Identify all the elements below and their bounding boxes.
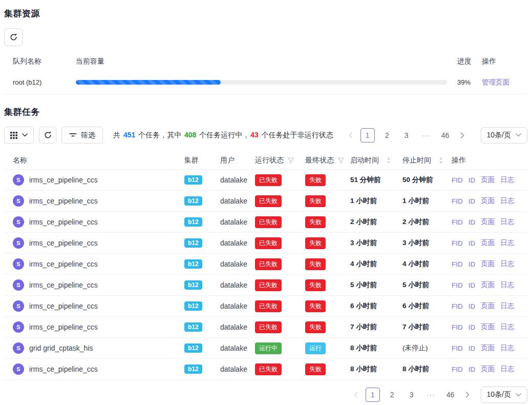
op-link-id[interactable]: ID bbox=[469, 176, 476, 184]
op-link-page[interactable]: 页面 bbox=[481, 238, 495, 248]
refresh-icon bbox=[10, 33, 17, 41]
op-link-fid[interactable]: FID bbox=[452, 323, 463, 331]
prev-page-button[interactable] bbox=[345, 128, 357, 143]
op-link-page[interactable]: 页面 bbox=[481, 322, 495, 332]
page-button-2[interactable]: 2 bbox=[380, 128, 394, 143]
table-row: S irms_ce_pipeline_ccs b12 datalake 已失败 … bbox=[4, 233, 527, 254]
prev-page-button[interactable] bbox=[350, 388, 362, 402]
op-link-id[interactable]: ID bbox=[469, 260, 476, 268]
op-link-fid[interactable]: FID bbox=[452, 260, 463, 268]
op-link-page[interactable]: 页面 bbox=[481, 217, 495, 227]
sort-icon[interactable] bbox=[387, 157, 391, 164]
op-link-id[interactable]: ID bbox=[469, 345, 476, 352]
filter-funnel-icon[interactable] bbox=[287, 157, 294, 164]
task-name: irms_ce_pipeline_ccs bbox=[29, 365, 98, 373]
task-summary: 共 451 个任务，其中 408 个任务运行中，43 个任务处于非运行状态 bbox=[113, 131, 333, 140]
page-size-select[interactable]: 10条/页 bbox=[481, 387, 527, 403]
page-button-2[interactable]: 2 bbox=[385, 388, 399, 402]
avatar: S bbox=[13, 300, 24, 312]
tasks-section-title: 集群任务 bbox=[4, 106, 527, 118]
cluster-tag: b12 bbox=[184, 238, 202, 248]
avatar: S bbox=[13, 237, 24, 249]
avatar: S bbox=[13, 195, 24, 207]
task-table-body: S irms_ce_pipeline_ccs b12 datalake 已失败 … bbox=[4, 170, 527, 380]
op-link-id[interactable]: ID bbox=[469, 218, 476, 226]
op-link-fid[interactable]: FID bbox=[452, 281, 463, 289]
cluster-tag: b12 bbox=[184, 196, 202, 206]
run-status-badge: 已失败 bbox=[255, 195, 282, 207]
progress-value: 39% bbox=[457, 78, 482, 86]
sort-icon[interactable] bbox=[439, 157, 443, 164]
resources-table-header: 队列名称 当前容量 进度 操作 bbox=[4, 52, 527, 71]
op-link-page[interactable]: 页面 bbox=[481, 175, 495, 185]
next-page-button[interactable] bbox=[456, 128, 469, 143]
summary-text: 个任务，其中 bbox=[136, 131, 183, 139]
progress-fill bbox=[76, 80, 221, 85]
op-link-id[interactable]: ID bbox=[469, 323, 476, 331]
stop-time: (未停止) bbox=[402, 343, 428, 353]
op-link-log[interactable]: 日志 bbox=[500, 217, 514, 227]
next-page-button[interactable] bbox=[461, 388, 474, 402]
column-settings-button[interactable] bbox=[4, 127, 34, 144]
op-link-fid[interactable]: FID bbox=[452, 176, 463, 184]
op-link-log[interactable]: 日志 bbox=[500, 280, 514, 290]
table-row: S grid grid_cptask_his b12 datalake 运行中 … bbox=[4, 338, 527, 359]
op-link-fid[interactable]: FID bbox=[452, 302, 463, 310]
page-button-1[interactable]: 1 bbox=[366, 388, 380, 402]
row-actions: FIDID页面日志 bbox=[452, 175, 527, 185]
op-link-log[interactable]: 日志 bbox=[500, 238, 514, 248]
op-link-id[interactable]: ID bbox=[469, 281, 476, 289]
op-link-fid[interactable]: FID bbox=[452, 366, 463, 373]
page-button-46[interactable]: 46 bbox=[443, 388, 458, 402]
op-link-fid[interactable]: FID bbox=[452, 197, 463, 205]
chevron-down-icon bbox=[22, 133, 28, 137]
avatar: S bbox=[13, 174, 24, 186]
op-link-log[interactable]: 日志 bbox=[500, 175, 514, 185]
resource-row: root (b12) 39% 管理页面 bbox=[4, 71, 527, 94]
page-size-select[interactable]: 10条/页 bbox=[481, 127, 527, 144]
filter-funnel-icon[interactable] bbox=[337, 157, 345, 164]
op-link-log[interactable]: 日志 bbox=[500, 364, 514, 374]
op-link-fid[interactable]: FID bbox=[452, 345, 463, 352]
op-link-page[interactable]: 页面 bbox=[481, 259, 495, 269]
op-link-page[interactable]: 页面 bbox=[481, 301, 495, 311]
op-link-id[interactable]: ID bbox=[469, 302, 476, 310]
col-name: 名称 bbox=[4, 156, 184, 165]
avatar: S bbox=[13, 363, 24, 375]
run-status-badge: 已失败 bbox=[255, 216, 282, 228]
resources-refresh-button[interactable] bbox=[4, 28, 23, 46]
op-link-fid[interactable]: FID bbox=[452, 218, 463, 226]
pagination-bottom: 123···46 bbox=[349, 388, 475, 402]
op-link-id[interactable]: ID bbox=[469, 197, 476, 205]
stop-time: 8 小时前 bbox=[402, 364, 429, 374]
run-status-badge: 已失败 bbox=[255, 363, 282, 375]
page-button-46[interactable]: 46 bbox=[438, 128, 453, 143]
op-link-log[interactable]: 日志 bbox=[500, 343, 514, 353]
cluster-tag: b12 bbox=[184, 175, 202, 185]
page-button-3[interactable]: 3 bbox=[405, 388, 419, 402]
op-link-fid[interactable]: FID bbox=[452, 239, 463, 247]
stop-time: 3 小时前 bbox=[402, 238, 429, 248]
op-link-page[interactable]: 页面 bbox=[481, 196, 495, 206]
task-name: irms_ce_pipeline_ccs bbox=[29, 239, 98, 247]
cluster-tag: b12 bbox=[184, 301, 202, 311]
tasks-refresh-button[interactable] bbox=[39, 127, 56, 144]
page-button-1[interactable]: 1 bbox=[360, 128, 375, 143]
op-link-id[interactable]: ID bbox=[469, 239, 476, 247]
task-user: datalake bbox=[220, 239, 247, 247]
op-link-id[interactable]: ID bbox=[469, 366, 476, 373]
op-link-log[interactable]: 日志 bbox=[500, 259, 514, 269]
start-time: 3 小时前 bbox=[350, 238, 377, 248]
stop-time: 2 小时前 bbox=[402, 217, 429, 227]
op-link-log[interactable]: 日志 bbox=[500, 196, 514, 206]
op-link-page[interactable]: 页面 bbox=[481, 343, 495, 353]
col-current-capacity: 当前容量 bbox=[76, 57, 457, 66]
filter-button[interactable]: 筛选 bbox=[61, 127, 103, 144]
page-button-3[interactable]: 3 bbox=[399, 128, 414, 143]
op-link-log[interactable]: 日志 bbox=[500, 322, 514, 332]
op-link-page[interactable]: 页面 bbox=[481, 364, 495, 374]
op-link-page[interactable]: 页面 bbox=[481, 280, 495, 290]
op-link-log[interactable]: 日志 bbox=[500, 301, 514, 311]
manage-page-link[interactable]: 管理页面 bbox=[482, 78, 509, 86]
chevron-down-icon bbox=[516, 133, 521, 137]
